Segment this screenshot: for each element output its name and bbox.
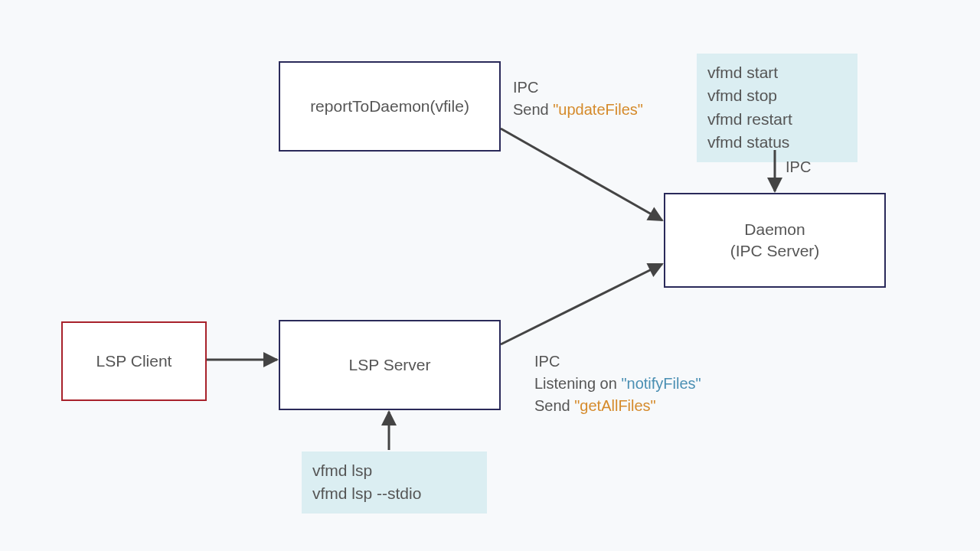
label-ipc-top: IPC Send "updateFiles" xyxy=(513,77,643,121)
arrow-report-to-daemon xyxy=(501,129,662,220)
label-ipc-bottom-l1: IPC xyxy=(534,353,560,370)
label-ipc-bottom-l3b: "getAllFiles" xyxy=(574,397,655,414)
box-daemon: Daemon (IPC Server) xyxy=(664,193,886,288)
arrow-lspserver-to-daemon xyxy=(501,264,662,344)
box-lsp-server-label: LSP Server xyxy=(349,354,431,376)
label-ipc-right: IPC xyxy=(786,156,811,178)
box-report-to-daemon: reportToDaemon(vfile) xyxy=(279,61,501,152)
box-lsp-server: LSP Server xyxy=(279,320,501,410)
note-vfmd-l4: vfmd status xyxy=(707,133,789,151)
note-vfmd-l1: vfmd start xyxy=(707,64,778,81)
box-daemon-label: Daemon (IPC Server) xyxy=(730,219,820,262)
label-ipc-bottom-l2a: Listening on xyxy=(534,375,621,392)
note-lsp-commands: vfmd lsp vfmd lsp --stdio xyxy=(302,452,487,514)
label-ipc-top-l2a: Send xyxy=(513,101,553,118)
label-ipc-top-l2b: "updateFiles" xyxy=(553,101,643,118)
label-ipc-bottom-l3a: Send xyxy=(534,397,574,414)
note-lsp-l1: vfmd lsp xyxy=(312,461,372,479)
label-ipc-bottom: IPC Listening on "notifyFiles" Send "get… xyxy=(534,350,701,417)
note-vfmd-l2: vfmd stop xyxy=(707,86,777,104)
box-lsp-client: LSP Client xyxy=(61,321,207,401)
note-vfmd-l3: vfmd restart xyxy=(707,110,792,128)
box-daemon-line2: (IPC Server) xyxy=(730,242,820,259)
box-lsp-client-label: LSP Client xyxy=(96,350,172,372)
label-ipc-right-text: IPC xyxy=(786,158,811,175)
label-ipc-bottom-l2b: "notifyFiles" xyxy=(621,375,701,392)
box-daemon-line1: Daemon xyxy=(744,220,805,238)
box-report-to-daemon-label: reportToDaemon(vfile) xyxy=(310,96,469,117)
note-lsp-l2: vfmd lsp --stdio xyxy=(312,484,421,502)
note-vfmd-commands: vfmd start vfmd stop vfmd restart vfmd s… xyxy=(697,54,858,162)
label-ipc-top-l1: IPC xyxy=(513,79,538,96)
